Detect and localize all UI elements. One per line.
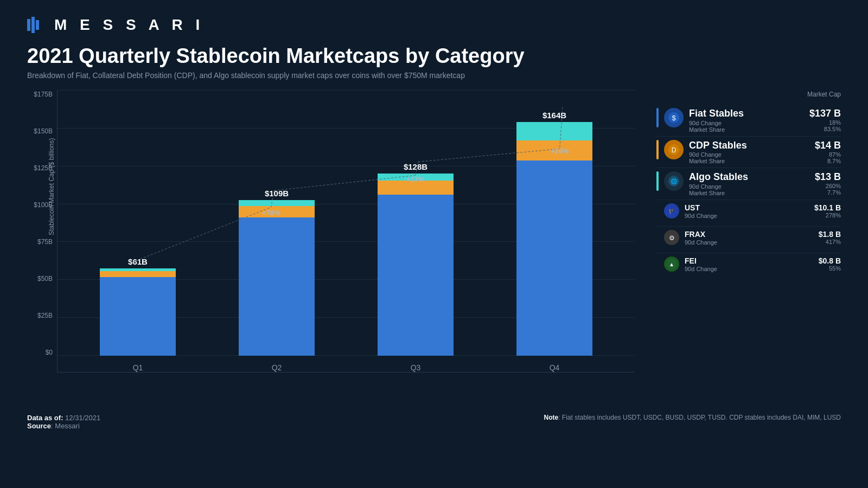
legend-main-value-ust: $10.1 B (814, 203, 841, 212)
svg-rect-2 (36, 20, 39, 30)
growth-label: +78% (262, 209, 280, 217)
y-tick: $50B (27, 275, 57, 282)
bar-group: $61B (94, 257, 181, 356)
legend-color-bar-cdp (656, 140, 659, 159)
legend-color-bar-ust (656, 203, 659, 223)
legend-value-algo: $13 B260%7.7% (815, 171, 841, 196)
note-value: Fiat stables includes USDT, USDC, BUSD, … (562, 414, 841, 421)
legend-share-value-fiat: 83.5% (809, 126, 841, 132)
legend-icon-ust: 🏴 (664, 203, 679, 219)
legend-color-bar-frax (656, 230, 659, 249)
legend-icon-cdp: D (664, 140, 684, 159)
bar-segment-fiat (100, 277, 176, 356)
svg-rect-1 (31, 17, 35, 33)
bar-stack (239, 200, 315, 356)
legend-name-fei: FEI (685, 256, 813, 266)
legend-icon-algo: 🌐 (664, 171, 684, 191)
svg-rect-0 (27, 19, 30, 31)
bar-segment-algo (516, 122, 592, 140)
source-label: Source (27, 422, 51, 430)
legend-color-bar-algo (656, 171, 659, 191)
y-tick: $175B (27, 91, 57, 98)
legend-change-value-fiat: 18% (809, 119, 841, 126)
bar-segment-cdp (100, 271, 176, 277)
svg-text:🌐: 🌐 (671, 178, 678, 185)
legend-main-value-cdp: $14 B (815, 140, 841, 151)
svg-text:D: D (672, 146, 676, 154)
legend-main-value-fiat: $137 B (809, 108, 841, 119)
svg-text:⚙: ⚙ (669, 234, 675, 242)
legend-change-label-ust: 90d Change (685, 213, 809, 219)
legend-change-label-fiat: 90d Change (689, 120, 804, 126)
legend-info-cdp: CDP Stables90d ChangeMarket Share (689, 140, 809, 165)
y-tick: $0 (27, 349, 57, 356)
bar-stack (378, 174, 454, 356)
legend-change-value-cdp: 87% (815, 151, 841, 158)
legend-share-value-algo: 7.7% (815, 189, 841, 196)
y-tick: $25B (27, 312, 57, 319)
data-as-of-value: 12/31/2021 (65, 414, 100, 422)
x-label: Q4 (511, 363, 598, 372)
legend-item-cdp: DCDP Stables90d ChangeMarket Share$14 B8… (656, 137, 841, 169)
legend-main-value-frax: $1.8 B (819, 230, 841, 239)
legend-name-frax: FRAX (685, 230, 813, 239)
bar-total-label: $164B (542, 111, 566, 120)
x-label: Q3 (372, 363, 459, 372)
x-label: Q1 (94, 363, 181, 372)
legend-share-label-algo: Market Share (689, 190, 809, 196)
legend-change-label-cdp: 90d Change (689, 151, 809, 158)
y-tick: $150B (27, 127, 57, 135)
bar-segment-fiat (378, 195, 454, 356)
legend-info-ust: UST90d Change (685, 203, 809, 219)
bar-segment-fiat (239, 217, 315, 356)
legend-item-ust: 🏴UST90d Change$10.1 B278% (656, 200, 841, 227)
legend-share-label-fiat: Market Share (689, 126, 804, 133)
legend-share-value-cdp: 8.7% (815, 158, 841, 164)
bar-total-label: $109B (265, 189, 289, 198)
legend-item-algo: 🌐Algo Stables90d ChangeMarket Share$13 B… (656, 168, 841, 200)
legend-item-fei: ▲FEI90d Change$0.8 B55% (656, 253, 841, 279)
x-label: Q2 (233, 363, 320, 372)
page-title: 2021 Quarterly Stablecoin Marketcaps by … (27, 44, 841, 68)
growth-label: +17% (406, 175, 425, 183)
legend-value-fiat: $137 B18%83.5% (809, 108, 841, 132)
legend-change-label-algo: 90d Change (689, 183, 809, 190)
legend-item-frax: ⚙FRAX90d Change$1.8 B417% (656, 227, 841, 253)
bar-group: $128B (372, 162, 459, 356)
growth-label: +29% (551, 147, 569, 155)
legend-change-value-fei: 55% (819, 265, 841, 272)
legend-change-value-ust: 278% (814, 212, 841, 219)
logo: M E S S A R I (27, 16, 841, 34)
bar-total-label: $61B (128, 257, 148, 266)
source-value: Messari (55, 422, 80, 430)
legend-change-value-algo: 260% (815, 183, 841, 189)
legend-info-fiat: Fiat Stables90d ChangeMarket Share (689, 108, 804, 133)
legend-icon-fiat: $ (664, 108, 684, 127)
legend-info-fei: FEI90d Change (685, 256, 813, 272)
legend-color-bar-fiat (656, 108, 659, 127)
legend-header: Market Cap (656, 91, 841, 98)
logo-text: M E S S A R I (54, 16, 204, 34)
svg-text:▲: ▲ (669, 261, 674, 267)
svg-text:$: $ (672, 114, 676, 122)
legend-value-fei: $0.8 B55% (819, 256, 841, 272)
legend-main-value-algo: $13 B (815, 171, 841, 183)
svg-text:🏴: 🏴 (669, 208, 675, 215)
legend-item-fiat: $Fiat Stables90d ChangeMarket Share$137 … (656, 105, 841, 137)
legend-icon-fei: ▲ (664, 256, 679, 272)
note-label: Note (544, 414, 558, 421)
legend-main-value-fei: $0.8 B (819, 256, 841, 265)
legend-value-cdp: $14 B87%8.7% (815, 140, 841, 164)
legend-value-ust: $10.1 B278% (814, 203, 841, 219)
legend-color-bar-fei (656, 256, 659, 276)
bar-segment-algo (239, 200, 315, 206)
legend-value-frax: $1.8 B417% (819, 230, 841, 245)
legend-name-algo: Algo Stables (689, 171, 809, 183)
bar-stack (516, 122, 592, 356)
bar-segment-fiat (516, 160, 592, 356)
y-axis-label: Stablecoin Market Cap ($ billions) (48, 138, 55, 235)
legend-change-label-fei: 90d Change (685, 266, 813, 272)
legend-change-value-frax: 417% (819, 239, 841, 245)
legend-info-frax: FRAX90d Change (685, 230, 813, 246)
legend-name-fiat: Fiat Stables (689, 108, 804, 120)
